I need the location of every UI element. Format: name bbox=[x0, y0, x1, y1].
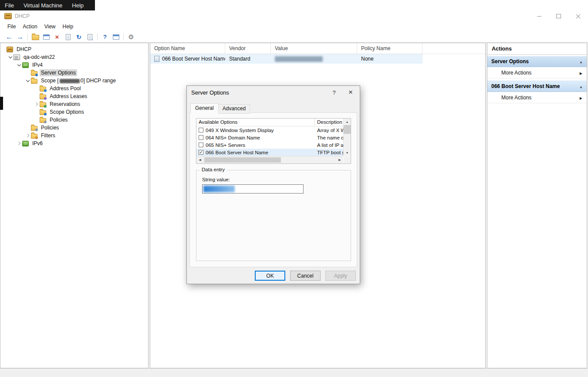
more-actions-066-boot-server-host-name[interactable]: More Actions bbox=[487, 92, 587, 103]
option-checkbox-064[interactable] bbox=[199, 135, 203, 140]
tree-item-scope-options[interactable]: Scope Options bbox=[0, 108, 148, 116]
minimize-button[interactable] bbox=[529, 10, 549, 22]
option-row-066[interactable]: ✓066 Boot Server Host NameTFTP boot s bbox=[196, 149, 343, 156]
vertical-scrollbar-track[interactable] bbox=[344, 134, 351, 149]
export-icon[interactable]: → bbox=[84, 32, 95, 42]
column-header-value[interactable]: Value bbox=[271, 43, 357, 54]
tree-expander-reservations[interactable] bbox=[34, 101, 40, 107]
tree-item-label: Scope Options bbox=[48, 109, 85, 115]
policies-icon bbox=[40, 118, 46, 123]
vm-menu-file[interactable]: File bbox=[0, 0, 19, 10]
collapse-icon[interactable] bbox=[579, 58, 583, 65]
tab-advanced[interactable]: Advanced bbox=[218, 104, 250, 114]
close-icon bbox=[575, 14, 581, 19]
option-row-049[interactable]: 049 X Window System DisplayArray of X W bbox=[196, 126, 343, 134]
tree-item-label: Address Leases bbox=[48, 93, 88, 100]
vm-side-handle[interactable] bbox=[0, 97, 3, 110]
tree-item-filters[interactable]: Filters bbox=[0, 132, 148, 139]
vertical-scrollbar[interactable] bbox=[343, 119, 351, 156]
horizontal-scrollbar[interactable] bbox=[196, 156, 343, 163]
list-row-066-boot-server-host-name[interactable]: 066 Boot Server Host NameStandardNone bbox=[150, 54, 422, 64]
title-bar[interactable]: DHCP bbox=[0, 10, 588, 22]
tree-item-scope[interactable]: Scope [0] DHCP range bbox=[0, 77, 148, 85]
menu-view[interactable]: View bbox=[41, 22, 59, 31]
menu-bar: FileActionViewHelp bbox=[0, 22, 588, 31]
tab-general[interactable]: General bbox=[190, 103, 219, 113]
window-controls bbox=[529, 10, 588, 22]
option-file-icon bbox=[154, 56, 159, 62]
close-button[interactable] bbox=[568, 10, 588, 22]
dialog-help-button[interactable]: ? bbox=[327, 86, 341, 99]
tree-item-label: Filters bbox=[40, 132, 57, 139]
vm-menu-help[interactable]: Help bbox=[67, 0, 88, 10]
string-value-input[interactable] bbox=[202, 184, 304, 194]
tree-item-reservations[interactable]: Reservations bbox=[0, 100, 148, 108]
tree-expander-scope[interactable] bbox=[25, 78, 31, 84]
scroll-right-icon[interactable] bbox=[336, 158, 343, 162]
scroll-up-icon[interactable] bbox=[344, 119, 351, 125]
cancel-button[interactable]: Cancel bbox=[290, 271, 321, 281]
tree-item-label: IPv6 bbox=[31, 140, 44, 147]
options-list-rows: 049 X Window System DisplayArray of X W0… bbox=[196, 126, 351, 156]
options-column-description[interactable]: Description bbox=[315, 119, 343, 126]
refresh-icon[interactable]: ↻ bbox=[74, 32, 84, 42]
toolbar-separator bbox=[27, 34, 28, 41]
results-header-row: Option NameVendorValuePolicy Name bbox=[150, 43, 485, 54]
collapse-icon[interactable] bbox=[579, 83, 583, 89]
tree-item-label: Policies bbox=[48, 116, 69, 123]
option-checkbox-065[interactable] bbox=[199, 143, 203, 147]
tree-item-dhcp-root[interactable]: DHCP bbox=[0, 45, 148, 53]
option-checkbox-049[interactable] bbox=[199, 128, 203, 132]
submenu-arrow-icon bbox=[580, 95, 582, 101]
dialog-close-button[interactable]: × bbox=[341, 86, 360, 99]
tree-item-address-pool[interactable]: Address Pool bbox=[0, 85, 148, 92]
menu-file[interactable]: File bbox=[4, 22, 19, 31]
action-section-server-options[interactable]: Server Options bbox=[487, 56, 587, 67]
ipv6-icon bbox=[22, 141, 29, 146]
delete-icon[interactable]: × bbox=[52, 32, 62, 42]
tree-expander-ipv4[interactable] bbox=[16, 62, 22, 68]
tree-expander-server-qa-odc-win22[interactable] bbox=[7, 54, 14, 60]
tree-item-scope-policies[interactable]: Policies bbox=[0, 116, 148, 124]
help-icon[interactable]: ? bbox=[100, 32, 110, 42]
tree-item-ipv4[interactable]: IPv4 bbox=[0, 61, 148, 69]
vertical-scrollbar-thumb[interactable] bbox=[344, 125, 351, 134]
scroll-left-icon[interactable] bbox=[196, 158, 203, 162]
apply-button[interactable]: Apply bbox=[325, 271, 356, 281]
maximize-button[interactable] bbox=[549, 10, 568, 22]
show-console-tree-icon[interactable] bbox=[30, 32, 41, 42]
redacted-text bbox=[60, 79, 80, 83]
scroll-down-icon[interactable] bbox=[344, 149, 351, 156]
tree-item-label: qa-odc-win22 bbox=[22, 54, 56, 61]
new-window-icon[interactable] bbox=[111, 32, 121, 42]
forward-icon[interactable]: → bbox=[15, 32, 25, 42]
properties-icon[interactable] bbox=[41, 32, 51, 42]
option-checkbox-066[interactable]: ✓ bbox=[199, 150, 203, 155]
tree-item-policies[interactable]: Policies bbox=[0, 124, 148, 132]
back-icon[interactable]: ← bbox=[4, 32, 14, 42]
ok-button[interactable]: OK bbox=[255, 271, 285, 281]
action-section-066-boot-server-host-name[interactable]: 066 Boot Server Host Name bbox=[487, 81, 587, 92]
services-icon[interactable]: ⚙ bbox=[126, 32, 136, 42]
tree-item-address-leases[interactable]: Address Leases bbox=[0, 92, 148, 100]
export-list-icon[interactable] bbox=[63, 32, 73, 42]
tree-expander-filters[interactable] bbox=[25, 132, 31, 139]
options-column-available-options[interactable]: Available Options bbox=[196, 119, 315, 126]
toolbar-separator bbox=[97, 34, 98, 41]
more-actions-server-options[interactable]: More Actions bbox=[487, 67, 587, 78]
tree-item-server-qa-odc-win22[interactable]: qa-odc-win22 bbox=[0, 53, 148, 61]
dialog-title-bar[interactable]: Server Options ? × bbox=[187, 86, 360, 99]
tree-item-server-options[interactable]: Server Options bbox=[0, 69, 148, 77]
column-header-vendor[interactable]: Vendor bbox=[225, 43, 271, 54]
menu-action[interactable]: Action bbox=[19, 22, 41, 31]
column-header-option-name[interactable]: Option Name bbox=[150, 43, 225, 54]
menu-help[interactable]: Help bbox=[59, 22, 77, 31]
horizontal-scrollbar-thumb[interactable] bbox=[204, 157, 281, 163]
option-row-065[interactable]: 065 NIS+ ServersA list of IP a bbox=[196, 141, 343, 149]
tree-item-ipv6[interactable]: IPv6 bbox=[0, 139, 148, 147]
vm-menu-virtual-machine[interactable]: Virtual Machine bbox=[19, 0, 67, 10]
column-header-policy-name[interactable]: Policy Name bbox=[357, 43, 422, 54]
tree-expander-ipv6[interactable] bbox=[16, 140, 22, 146]
address-pool-icon bbox=[40, 87, 46, 92]
option-row-064[interactable]: 064 NIS+ Domain NameThe name o bbox=[196, 134, 343, 141]
